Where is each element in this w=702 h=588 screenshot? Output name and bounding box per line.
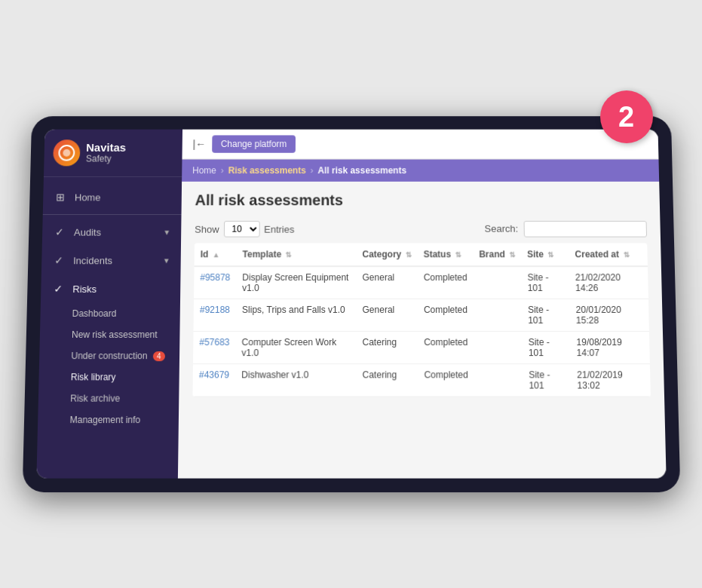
chevron-down-icon: ▼: [162, 256, 170, 265]
cell-brand: [474, 364, 523, 397]
table-row: #57683 Computer Screen Work v1.0 Caterin…: [192, 331, 649, 363]
entries-select[interactable]: 10 25 50: [223, 221, 259, 237]
cell-status: Completed: [418, 364, 474, 397]
col-header-site[interactable]: Site ⇅: [520, 243, 569, 267]
sidebar: Navitas Safety ⊞ Home ✓ Audits ▼: [36, 130, 182, 479]
sidebar-item-risk-archive[interactable]: Risk archive: [38, 387, 179, 409]
sidebar-item-risks-label: Risks: [72, 283, 97, 295]
col-header-created-at[interactable]: Created at ⇅: [569, 243, 648, 267]
risk-assessments-table: Id ▲ Template ⇅ Category ⇅: [192, 243, 650, 397]
logo-name: Navitas: [86, 142, 126, 154]
step-badge: 2: [600, 90, 653, 143]
entries-label: Entries: [264, 223, 294, 234]
cell-category: Catering: [356, 331, 418, 363]
show-label: Show: [195, 223, 219, 234]
table-wrapper: Id ▲ Template ⇅ Category ⇅: [177, 243, 666, 479]
audits-icon: ✓: [52, 225, 66, 239]
cell-template: Computer Screen Work v1.0: [235, 331, 356, 363]
sidebar-item-audits-label: Audits: [73, 226, 100, 237]
sort-icon-category: ⇅: [405, 250, 411, 259]
scene: 2 Navitas Safety: [27, 98, 676, 490]
sidebar-item-incidents-label: Incidents: [73, 255, 112, 266]
cell-site: Site - 101: [521, 299, 569, 332]
search-area: Search:: [484, 221, 647, 237]
page-title: All risk assessments: [195, 192, 646, 210]
cell-site: Site - 101: [522, 331, 571, 363]
sort-icon-brand: ⇅: [509, 250, 515, 259]
sidebar-item-risk-library[interactable]: Risk library: [38, 366, 179, 387]
col-header-category[interactable]: Category ⇅: [356, 243, 417, 267]
logo-sub: Safety: [85, 154, 125, 164]
cell-id[interactable]: #57683: [192, 331, 235, 363]
back-button[interactable]: |←: [192, 138, 206, 150]
show-entries-control: Show 10 25 50 Entries: [195, 221, 294, 237]
cell-brand: [473, 266, 521, 299]
table-row: #43679 Dishwasher v1.0 Catering Complete…: [192, 364, 650, 397]
sidebar-logo: Navitas Safety: [43, 130, 182, 177]
sidebar-item-new-risk-assessment[interactable]: New risk assessment: [39, 324, 179, 345]
sidebar-item-risks[interactable]: ✓ Risks: [40, 274, 180, 303]
cell-category: General: [356, 299, 418, 332]
cell-status: Completed: [417, 266, 473, 299]
tablet-device: Navitas Safety ⊞ Home ✓ Audits ▼: [22, 116, 680, 492]
cell-site: Site - 101: [523, 364, 572, 397]
cell-created-at: 20/01/2020 15:28: [569, 299, 648, 332]
sort-icon-status: ⇅: [455, 250, 461, 259]
col-header-brand[interactable]: Brand ⇅: [473, 243, 521, 267]
breadcrumb-risk-assessments[interactable]: Risk assessments: [228, 165, 305, 176]
cell-id[interactable]: #92188: [193, 299, 236, 332]
cell-status: Completed: [417, 299, 473, 332]
cell-brand: [474, 331, 523, 363]
nav-divider-1: [42, 214, 181, 215]
sidebar-item-home[interactable]: ⊞ Home: [42, 183, 181, 211]
cell-created-at: 21/02/2019 13:02: [570, 364, 650, 397]
incidents-icon: ✓: [52, 253, 66, 267]
under-construction-badge: 4: [152, 351, 164, 361]
col-header-id[interactable]: Id ▲: [194, 243, 236, 267]
logo-icon: [53, 139, 80, 166]
chevron-down-icon: ▼: [163, 228, 170, 236]
table-controls: Show 10 25 50 Entries Search:: [181, 215, 661, 243]
sidebar-item-dashboard[interactable]: Dashboard: [40, 303, 180, 324]
cell-site: Site - 101: [521, 266, 569, 299]
sidebar-item-audits[interactable]: ✓ Audits ▼: [41, 218, 181, 247]
sidebar-navigation: ⊞ Home ✓ Audits ▼ ✓ Incidents ▼: [37, 177, 181, 436]
cell-status: Completed: [418, 331, 474, 363]
top-bar: |← Change platform: [182, 130, 658, 160]
back-icon: |←: [192, 138, 206, 150]
breadcrumb: Home › Risk assessments › All risk asses…: [182, 160, 659, 182]
sidebar-item-management-info[interactable]: Management info: [37, 409, 178, 430]
tablet-screen: Navitas Safety ⊞ Home ✓ Audits ▼: [36, 130, 666, 479]
table-row: #92188 Slips, Trips and Falls v1.0 Gener…: [193, 299, 648, 332]
col-header-status[interactable]: Status ⇅: [417, 243, 473, 267]
breadcrumb-current: All risk assessments: [317, 165, 406, 176]
cell-template: Slips, Trips and Falls v1.0: [235, 299, 356, 332]
svg-point-1: [63, 149, 70, 157]
sidebar-item-incidents[interactable]: ✓ Incidents ▼: [41, 246, 180, 274]
risks-sub-navigation: Dashboard New risk assessment Under cons…: [37, 303, 179, 430]
risks-icon: ✓: [51, 282, 65, 296]
sidebar-item-under-construction[interactable]: Under construction 4: [38, 345, 179, 366]
search-label: Search:: [484, 223, 518, 234]
cell-brand: [473, 299, 522, 332]
breadcrumb-sep-1: ›: [220, 165, 223, 176]
breadcrumb-sep-2: ›: [310, 165, 313, 176]
cell-category: Catering: [356, 364, 418, 397]
breadcrumb-home[interactable]: Home: [192, 165, 216, 176]
cell-id[interactable]: #95878: [194, 266, 236, 299]
change-platform-button[interactable]: Change platform: [211, 135, 296, 152]
cell-template: Dishwasher v1.0: [235, 364, 356, 397]
home-icon: ⊞: [54, 191, 67, 204]
page-header: All risk assessments: [181, 182, 660, 215]
cell-created-at: 19/08/2019 14:07: [570, 331, 650, 363]
cell-id[interactable]: #43679: [192, 364, 235, 397]
sort-icon-site: ⇅: [547, 250, 553, 259]
sidebar-item-home-label: Home: [74, 191, 100, 203]
col-header-template[interactable]: Template ⇅: [236, 243, 356, 267]
search-input[interactable]: [523, 221, 646, 237]
sort-icon-created-at: ⇅: [623, 250, 629, 259]
sort-icon-id: ▲: [212, 250, 219, 259]
cell-category: General: [356, 266, 417, 299]
sort-icon-template: ⇅: [285, 250, 291, 259]
table-header-row: Id ▲ Template ⇅ Category ⇅: [194, 243, 647, 267]
